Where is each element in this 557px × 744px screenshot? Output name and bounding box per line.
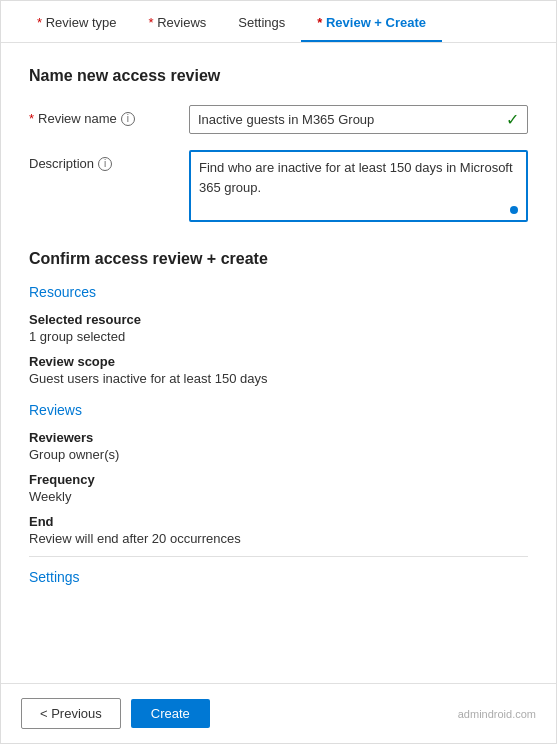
settings-label: Settings: [29, 569, 528, 585]
selected-resource-value: 1 group selected: [29, 329, 528, 344]
tab-reviews[interactable]: Reviews: [132, 1, 222, 42]
frequency-value: Weekly: [29, 489, 528, 504]
description-control: Find who are inactive for at least 150 d…: [189, 150, 528, 222]
textarea-cursor-indicator: [510, 206, 518, 214]
tab-review-create[interactable]: Review + Create: [301, 1, 442, 42]
review-name-input-wrapper: ✓: [189, 105, 528, 134]
reviewers-key: Reviewers: [29, 430, 528, 445]
end-key: End: [29, 514, 528, 529]
settings-divider: [29, 556, 528, 557]
frequency-key: Frequency: [29, 472, 528, 487]
review-name-label: * Review name i: [29, 105, 189, 126]
review-scope-key: Review scope: [29, 354, 528, 369]
confirm-title: Confirm access review + create: [29, 250, 528, 268]
tab-bar: Review type Reviews Settings Review + Cr…: [1, 1, 556, 43]
selected-resource-group: Selected resource 1 group selected: [29, 312, 528, 344]
frequency-group: Frequency Weekly: [29, 472, 528, 504]
review-name-row: * Review name i ✓: [29, 105, 528, 134]
review-name-check-icon: ✓: [506, 110, 519, 129]
footer: < Previous Create admindroid.com: [1, 683, 556, 743]
review-name-control: ✓: [189, 105, 528, 134]
description-row: Description i Find who are inactive for …: [29, 150, 528, 222]
tab-settings[interactable]: Settings: [222, 1, 301, 42]
confirm-section: Confirm access review + create Resources…: [29, 250, 528, 585]
description-info-icon[interactable]: i: [98, 157, 112, 171]
description-textarea-wrapper: Find who are inactive for at least 150 d…: [189, 150, 528, 222]
review-name-info-icon[interactable]: i: [121, 112, 135, 126]
reviews-label: Reviews: [29, 402, 528, 418]
reviewers-group: Reviewers Group owner(s): [29, 430, 528, 462]
create-button[interactable]: Create: [131, 699, 210, 728]
review-name-input[interactable]: [198, 112, 502, 127]
end-group: End Review will end after 20 occurrences: [29, 514, 528, 546]
brand-label: admindroid.com: [458, 708, 536, 720]
reviewers-value: Group owner(s): [29, 447, 528, 462]
review-scope-group: Review scope Guest users inactive for at…: [29, 354, 528, 386]
selected-resource-key: Selected resource: [29, 312, 528, 327]
description-label: Description i: [29, 150, 189, 171]
main-content: Name new access review * Review name i ✓…: [1, 43, 556, 743]
previous-button[interactable]: < Previous: [21, 698, 121, 729]
end-value: Review will end after 20 occurrences: [29, 531, 528, 546]
review-scope-value: Guest users inactive for at least 150 da…: [29, 371, 528, 386]
description-textarea[interactable]: Find who are inactive for at least 150 d…: [199, 158, 518, 208]
required-star: *: [29, 111, 34, 126]
footer-actions: < Previous Create: [21, 698, 210, 729]
tab-review-type[interactable]: Review type: [21, 1, 132, 42]
form-section-title: Name new access review: [29, 67, 528, 85]
resources-label: Resources: [29, 284, 528, 300]
